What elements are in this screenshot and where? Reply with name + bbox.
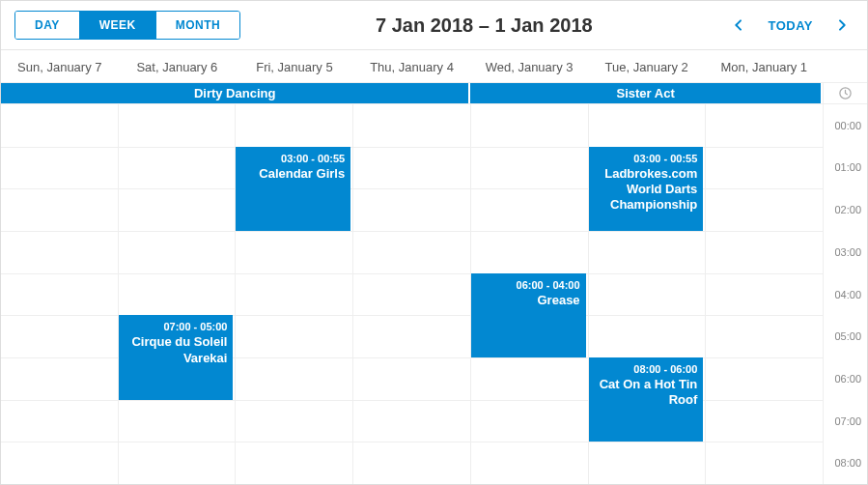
event[interactable]: 07:00 - 05:00Cirque du Soleil Varekai xyxy=(119,315,234,399)
view-switch: DAY WEEK MONTH xyxy=(14,11,240,40)
day-column[interactable]: 06:00 - 04:00Grease xyxy=(471,104,589,484)
allday-event[interactable]: Dirty Dancing xyxy=(1,83,470,103)
view-week-button[interactable]: WEEK xyxy=(79,12,155,39)
time-label: 00:00 xyxy=(834,120,861,131)
event[interactable]: 06:00 - 04:00Grease xyxy=(471,273,586,357)
day-headers: Sun, January 7 Sat, January 6 Fri, Janua… xyxy=(1,50,867,83)
day-header[interactable]: Tue, January 2 xyxy=(588,50,706,82)
date-range: 7 Jan 2018 – 1 Jan 2018 xyxy=(240,14,727,37)
clock-icon xyxy=(838,86,853,100)
allday-event[interactable]: Sister Act xyxy=(470,83,823,103)
event-title: Calendar Girls xyxy=(241,166,345,182)
time-label: 01:00 xyxy=(834,161,861,173)
time-label: 03:00 xyxy=(834,246,861,258)
allday-gutter xyxy=(823,83,867,103)
event[interactable]: 03:00 - 00:55Ladbrokes.com World Darts C… xyxy=(589,147,704,231)
time-track: 00:0001:0002:0003:0004:0005:0006:0007:00… xyxy=(823,104,867,484)
day-header[interactable]: Fri, January 5 xyxy=(236,50,353,82)
event-time: 06:00 - 04:00 xyxy=(477,279,580,291)
day-header[interactable]: Wed, January 3 xyxy=(470,50,588,82)
day-header[interactable]: Thu, January 4 xyxy=(353,50,471,82)
date-nav: TODAY xyxy=(727,14,854,37)
chevron-right-icon xyxy=(834,17,850,33)
day-column[interactable]: 03:00 - 00:55Calendar Girls xyxy=(236,104,353,484)
next-button[interactable] xyxy=(830,14,854,37)
time-label: 06:00 xyxy=(834,373,861,385)
time-label: 07:00 xyxy=(834,415,861,427)
day-columns: 07:00 - 05:00Cirque du Soleil Varekai 03… xyxy=(1,104,823,484)
day-header[interactable]: Mon, January 1 xyxy=(705,50,823,82)
event-title: Cat On a Hot Tin Roof xyxy=(595,377,698,409)
view-day-button[interactable]: DAY xyxy=(15,12,79,39)
event-title: Grease xyxy=(477,293,580,308)
day-header[interactable]: Sun, January 7 xyxy=(1,50,119,82)
chevron-left-icon xyxy=(731,17,746,33)
toolbar: DAY WEEK MONTH 7 Jan 2018 – 1 Jan 2018 T… xyxy=(1,1,867,50)
view-month-button[interactable]: MONTH xyxy=(155,12,240,39)
time-gutter-header xyxy=(823,50,867,82)
allday-row: Dirty DancingSister Act xyxy=(1,83,867,104)
day-column[interactable] xyxy=(353,104,471,484)
event[interactable]: 03:00 - 00:55Calendar Girls xyxy=(236,147,350,231)
event-title: Cirque du Soleil Varekai xyxy=(125,334,228,366)
day-column[interactable] xyxy=(706,104,823,484)
day-column[interactable]: 07:00 - 05:00Cirque du Soleil Varekai xyxy=(119,104,237,484)
day-header[interactable]: Sat, January 6 xyxy=(119,50,237,82)
prev-button[interactable] xyxy=(727,14,750,37)
today-button[interactable]: TODAY xyxy=(768,18,813,33)
time-label: 05:00 xyxy=(834,330,861,342)
time-label: 08:00 xyxy=(834,457,861,469)
event-time: 03:00 - 00:55 xyxy=(595,153,698,164)
time-label: 02:00 xyxy=(834,204,861,215)
day-column[interactable]: 03:00 - 00:55Ladbrokes.com World Darts C… xyxy=(589,104,707,484)
event-time: 07:00 - 05:00 xyxy=(125,321,228,332)
event[interactable]: 08:00 - 06:00Cat On a Hot Tin Roof xyxy=(589,357,704,442)
day-column[interactable] xyxy=(1,104,119,484)
time-label: 04:00 xyxy=(834,289,861,300)
event-title: Ladbrokes.com World Darts Championship xyxy=(595,166,698,214)
calendar: DAY WEEK MONTH 7 Jan 2018 – 1 Jan 2018 T… xyxy=(0,0,868,485)
event-time: 08:00 - 06:00 xyxy=(595,363,698,375)
grid-body: 07:00 - 05:00Cirque du Soleil Varekai 03… xyxy=(1,104,867,484)
event-time: 03:00 - 00:55 xyxy=(241,153,345,164)
